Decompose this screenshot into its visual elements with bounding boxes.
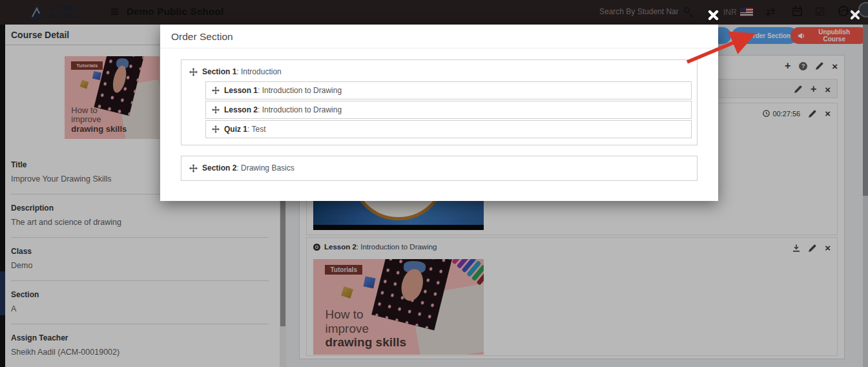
order-section-items: Lesson 1: Introduction to Drawing Lesson… [205,81,692,138]
order-section-row[interactable]: Section 2: Drawing Basics [181,156,698,181]
order-section-label: Section 1: Introduction [187,65,692,81]
order-item-row[interactable]: Lesson 2: Introduction to Drawing [205,101,692,119]
order-section-label: Section 2: Drawing Basics [187,161,692,175]
modal-close-icon[interactable] [708,10,719,23]
move-icon [212,106,220,114]
notification-close-icon[interactable] [850,10,860,23]
modal-title: Order Section [160,25,718,48]
move-icon [212,125,220,133]
order-sections-list: Section 1: Introduction Lesson 1: Introd… [160,48,718,181]
move-icon [189,164,198,173]
order-item-row[interactable]: Quiz 1: Test [205,120,692,138]
page: ACMO SCHOOL ≡ Demo Public School INR ⇄ ☑… [0,0,868,367]
move-icon [189,68,198,76]
order-item-row[interactable]: Lesson 1: Introduction to Drawing [205,81,692,100]
order-section-row[interactable]: Section 1: Introduction Lesson 1: Introd… [181,59,698,145]
order-section-modal: Order Section Section 1: Introduction Le… [160,25,718,201]
move-icon [212,87,220,94]
